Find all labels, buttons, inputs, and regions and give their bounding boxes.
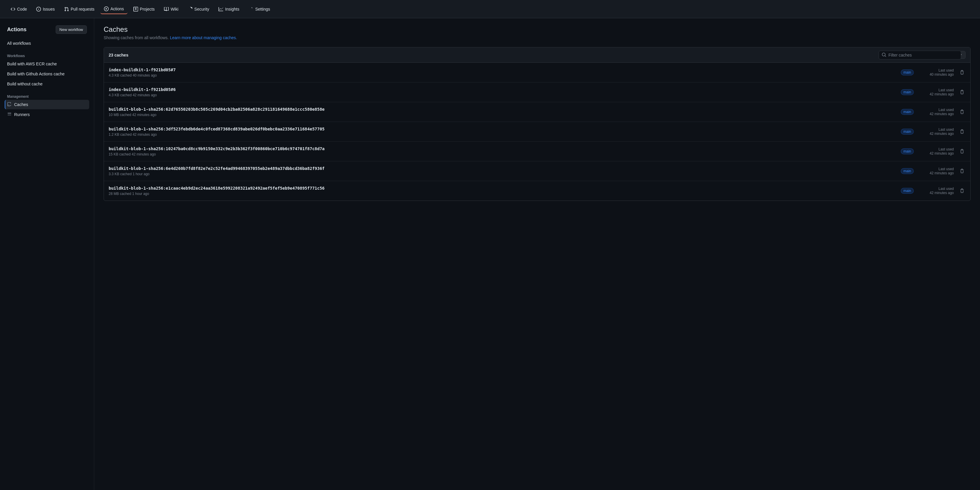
last-used-label: Last used — [918, 108, 954, 112]
nav-pull-requests[interactable]: Pull requests — [60, 5, 98, 14]
filter-bar — [879, 51, 961, 59]
nav-insights-label: Insights — [225, 7, 239, 11]
delete-cache-button[interactable] — [958, 69, 966, 76]
last-used-time: 42 minutes ago — [918, 132, 954, 136]
nav-issues-label: Issues — [43, 7, 54, 11]
nav-wiki[interactable]: Wiki — [161, 5, 182, 14]
branch-badge: main — [901, 148, 914, 154]
nav-settings-label: Settings — [255, 7, 270, 11]
delete-cache-button[interactable] — [958, 108, 966, 115]
cache-info: index-buildkit-1-f921bd05#6 4.3 KB cache… — [109, 87, 896, 97]
cache-info: index-buildkit-1-f921bd05#7 4.3 KB cache… — [109, 67, 896, 78]
table-row: buildkit-blob-1-sha256:10247ba0cd8cc9b91… — [104, 142, 970, 161]
nav-wiki-label: Wiki — [170, 7, 178, 11]
cache-last-used: Last used 42 minutes ago — [918, 88, 954, 96]
cache-name: buildkit-blob-1-sha256:62d76550203b8c505… — [109, 107, 896, 111]
cache-meta: 10 MB cached 42 minutes ago — [109, 113, 896, 117]
main-layout: Actions New workflow All workflows Workf… — [0, 18, 980, 490]
table-row: buildkit-blob-1-sha256:e1caac4eb9d2ec24a… — [104, 181, 970, 200]
insights-icon — [218, 7, 223, 11]
nav-code-label: Code — [17, 7, 27, 11]
sidebar-item-no-cache[interactable]: Build without cache — [5, 79, 89, 89]
filter-input-wrapper — [879, 51, 961, 59]
code-icon — [11, 7, 15, 11]
page-subtitle-text: Showing caches from all workflows. — [103, 35, 169, 40]
last-used-time: 42 minutes ago — [918, 191, 954, 195]
top-nav: Code Issues Pull requests Actions — [0, 0, 980, 18]
last-used-label: Last used — [918, 68, 954, 72]
sidebar-item-aws-ecr[interactable]: Build with AWS ECR cache — [5, 59, 89, 68]
pull-request-icon — [64, 7, 69, 11]
page-subtitle: Showing caches from all workflows. Learn… — [103, 35, 970, 40]
trash-icon — [960, 169, 964, 173]
delete-cache-button[interactable] — [958, 128, 966, 135]
cache-items-list: index-buildkit-1-f921bd05#7 4.3 KB cache… — [104, 63, 970, 200]
last-used-time: 42 minutes ago — [918, 112, 954, 116]
runners-icon — [7, 112, 12, 117]
cache-name: buildkit-blob-1-sha256:3df523febdb6de4c0… — [109, 127, 896, 131]
branch-badge: main — [901, 109, 914, 115]
sidebar: Actions New workflow All workflows Workf… — [0, 18, 94, 490]
cache-last-used: Last used 42 minutes ago — [918, 167, 954, 175]
filter-caches-input[interactable] — [879, 51, 961, 59]
sidebar-item-runners[interactable]: Runners — [5, 110, 89, 119]
nav-issues[interactable]: Issues — [33, 5, 58, 14]
sidebar-item-caches[interactable]: Caches — [5, 100, 89, 109]
branch-badge: main — [901, 168, 914, 174]
cache-meta: 28 MB cached 1 hour ago — [109, 192, 896, 196]
security-icon — [188, 7, 192, 11]
actions-icon — [104, 6, 109, 11]
nav-actions[interactable]: Actions — [100, 4, 127, 14]
trash-icon — [960, 149, 964, 154]
sidebar-all-workflows[interactable]: All workflows — [5, 38, 89, 48]
table-row: buildkit-blob-1-sha256:3df523febdb6de4c0… — [104, 122, 970, 142]
delete-cache-button[interactable] — [958, 187, 966, 194]
cache-info: buildkit-blob-1-sha256:10247ba0cd8cc9b91… — [109, 146, 896, 156]
last-used-time: 42 minutes ago — [918, 151, 954, 156]
cache-meta: 15 KB cached 42 minutes ago — [109, 152, 896, 156]
last-used-label: Last used — [918, 167, 954, 171]
branch-badge: main — [901, 70, 914, 75]
cache-last-used: Last used 42 minutes ago — [918, 147, 954, 156]
last-used-label: Last used — [918, 127, 954, 132]
projects-icon — [134, 7, 138, 11]
sidebar-caches-label: Caches — [14, 102, 28, 107]
issues-icon — [36, 7, 41, 11]
cache-info: buildkit-blob-1-sha256:6e4d260b7fd8f82e7… — [109, 166, 896, 176]
nav-insights[interactable]: Insights — [215, 5, 243, 14]
cache-last-used: Last used 42 minutes ago — [918, 187, 954, 195]
new-workflow-button[interactable]: New workflow — [56, 25, 87, 34]
sidebar-header: Actions New workflow — [5, 25, 89, 34]
trash-icon — [960, 70, 964, 75]
page-subtitle-link[interactable]: Learn more about managing caches. — [170, 35, 237, 40]
sidebar-item-github-actions[interactable]: Build with Github Actions cache — [5, 69, 89, 79]
cache-meta: 3.3 KB cached 1 hour ago — [109, 172, 896, 176]
content-wrapper: Caches Showing caches from all workflows… — [103, 25, 970, 201]
page-title: Caches — [103, 25, 970, 33]
nav-pr-label: Pull requests — [71, 7, 94, 11]
delete-cache-button[interactable] — [958, 148, 966, 155]
nav-settings[interactable]: Settings — [245, 5, 274, 14]
table-row: index-buildkit-1-f921bd05#7 4.3 KB cache… — [104, 63, 970, 83]
nav-code[interactable]: Code — [7, 5, 30, 14]
settings-icon — [249, 7, 253, 11]
nav-security-label: Security — [194, 7, 209, 11]
last-used-time: 42 minutes ago — [918, 92, 954, 96]
nav-projects[interactable]: Projects — [130, 5, 158, 14]
nav-security[interactable]: Security — [185, 5, 213, 14]
sidebar-management-section: Management — [5, 92, 89, 100]
branch-badge: main — [901, 188, 914, 194]
delete-cache-button[interactable] — [958, 167, 966, 175]
last-used-label: Last used — [918, 187, 954, 191]
sidebar-runners-label: Runners — [14, 112, 30, 117]
cache-meta: 4.3 KB cached 42 minutes ago — [109, 93, 896, 97]
last-used-time: 40 minutes ago — [918, 72, 954, 76]
cache-name: index-buildkit-1-f921bd05#6 — [109, 87, 896, 92]
last-used-time: 42 minutes ago — [918, 171, 954, 175]
delete-cache-button[interactable] — [958, 89, 966, 96]
branch-badge: main — [901, 89, 914, 95]
cache-meta: 1.2 KB cached 42 minutes ago — [109, 132, 896, 137]
trash-icon — [960, 110, 964, 114]
cache-info: buildkit-blob-1-sha256:e1caac4eb9d2ec24a… — [109, 186, 896, 196]
sidebar-workflows-section: Workflows — [5, 51, 89, 59]
